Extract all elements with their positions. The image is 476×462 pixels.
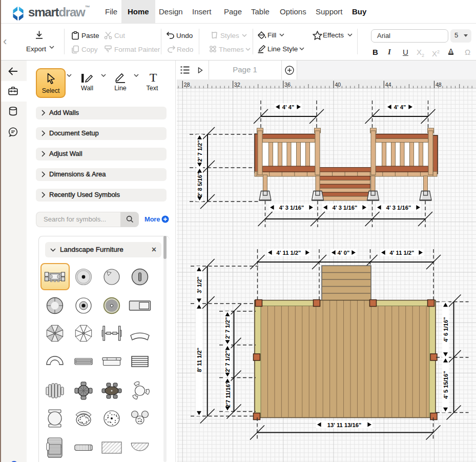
- svg-text:4' 6 1/16": 4' 6 1/16": [443, 317, 449, 342]
- svg-text:4' 3 1/16": 4' 3 1/16": [333, 205, 357, 211]
- svg-text:4' 4": 4' 4": [282, 104, 295, 110]
- svg-text:4' 5 15/16": 4' 5 15/16": [443, 371, 449, 399]
- svg-text:4' 11 1/2": 4' 11 1/2": [277, 250, 301, 256]
- svg-text:2' 7 1/2": 2' 7 1/2": [197, 140, 203, 162]
- svg-text:4' 3 1/16": 4' 3 1/16": [279, 205, 304, 211]
- svg-text:13' 11 13/16": 13' 11 13/16": [327, 422, 361, 428]
- svg-text:2' 8 5/16": 2' 8 5/16": [197, 172, 203, 197]
- svg-text:4' 3 1/16": 4' 3 1/16": [386, 205, 411, 211]
- svg-text:3' 1/2": 3' 1/2": [196, 276, 202, 293]
- svg-text:2'7 11/16": 2'7 11/16": [225, 381, 231, 408]
- svg-text:8' 11 1/2": 8' 11 1/2": [196, 348, 202, 372]
- svg-text:4' 11 1/2": 4' 11 1/2": [390, 250, 415, 256]
- svg-text:4' 4": 4' 4": [394, 104, 406, 110]
- svg-text:2' 7 1/2": 2' 7 1/2": [225, 351, 231, 372]
- svg-text:2' 7 1/2": 2' 7 1/2": [225, 317, 231, 339]
- svg-text:4' 0": 4' 0": [338, 250, 350, 256]
